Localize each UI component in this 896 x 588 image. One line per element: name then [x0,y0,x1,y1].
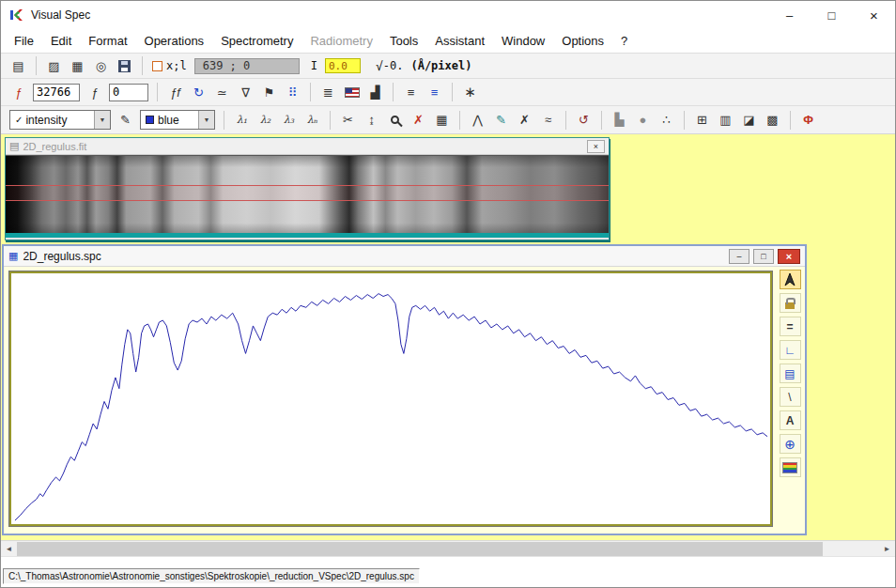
palette-tool-button[interactable] [780,457,801,477]
fit-window-title-bar[interactable]: ▤ 2D_regulus.fit × [6,138,609,155]
overlay-lines-button[interactable]: ≡ [400,82,422,102]
spc-close-button[interactable]: × [778,249,800,264]
scroll-left-icon[interactable]: ◄ [1,542,17,556]
flag-button[interactable]: ⚑ [258,82,280,102]
min-intensity-input[interactable] [109,84,148,101]
fit-window-close-button[interactable]: × [587,140,605,153]
menu-item-spectrometry[interactable]: Spectrometry [212,31,301,51]
separator [224,111,224,130]
menu-item-operations[interactable]: Operations [136,31,213,51]
reference-flag-button[interactable] [341,82,363,102]
open-image-button[interactable]: ▨ [43,55,65,76]
horizontal-scrollbar[interactable]: ◄ ► [1,540,895,556]
menu-item-edit[interactable]: Edit [42,31,80,51]
delete-button[interactable]: ✗ [408,110,429,131]
shift-button[interactable]: ↨ [361,110,382,131]
menu-item-help[interactable]: ? [612,31,636,51]
spectrum-2d-image[interactable] [6,155,609,238]
xl-checkbox[interactable] [152,61,162,71]
film-tool-button[interactable]: ▤ [780,364,801,383]
menu-item-window[interactable]: Window [493,31,553,51]
globe-tool-button[interactable]: ⊕ [780,434,801,454]
display-button[interactable]: ▤ [8,55,29,76]
color-dropdown-arrow-icon[interactable]: ▼ [198,111,214,129]
replay-button[interactable]: ↺ [573,110,595,131]
line-tool-button[interactable]: \ [780,387,801,407]
color-combobox[interactable]: blue ▼ [140,110,215,130]
spc-maximize-button[interactable]: □ [753,249,774,264]
calib-line2-button[interactable]: λ₂ [255,110,276,131]
app-window: Visual Spec – □ × File Edit Format Opera… [0,0,896,588]
function-zero-icon: ƒ [91,85,98,100]
scatter-button[interactable]: ∗ [459,82,481,102]
scroll-right-icon[interactable]: ► [879,542,895,556]
title-bar[interactable]: Visual Spec – □ × [1,1,895,29]
menu-item-options[interactable]: Options [553,31,612,51]
pointer-tool-button[interactable] [780,270,801,289]
lock-tool-button[interactable] [780,293,801,313]
grid-edit-button[interactable]: ▦ [431,110,453,131]
scrollbar-thumb[interactable] [17,542,823,556]
table-button[interactable]: ⊞ [691,110,713,131]
lock-icon [785,302,795,309]
function-zero-button[interactable]: ƒ [84,82,105,102]
browse-button[interactable]: ◎ [90,55,112,76]
dot-grid-button[interactable]: ⠿ [282,82,303,102]
maximize-button[interactable]: □ [811,1,853,29]
separator [790,111,791,130]
gradient-button[interactable]: ∇ [235,82,256,102]
bars-button[interactable]: ▙ [609,110,630,131]
palette-icon [782,462,797,473]
annotate-button[interactable]: ✎ [490,110,512,131]
menu-bar: File Edit Format Operations Spectrometry… [1,29,895,53]
calib-linen-button[interactable]: λₙ [301,110,323,131]
drop-button[interactable]: ● [632,110,654,131]
binning-zone [6,185,609,200]
function-icon: ƒ [15,85,22,100]
menu-item-tools[interactable]: Tools [381,31,426,51]
window-controls: – □ × [768,1,895,29]
barcode-button[interactable]: ▥ [715,110,736,131]
function-button[interactable]: ƒ [8,82,29,102]
histogram-button[interactable]: ▟ [364,82,386,102]
spc-minimize-button[interactable]: – [729,249,749,264]
binning-line-upper[interactable] [6,185,609,186]
chart-tool-button[interactable]: ∟ [780,340,801,360]
approx-button[interactable]: ≃ [211,82,233,102]
binning-line-lower[interactable] [6,200,609,201]
spectrum-plot-area[interactable] [9,271,772,526]
rotate-button[interactable]: ↻ [188,82,209,102]
close-button[interactable]: × [853,1,895,29]
calib-line1-button[interactable]: λ₁ [231,110,253,131]
crop-button[interactable]: ✂ [337,110,359,131]
menu-item-assistant[interactable]: Assistant [426,31,493,51]
max-intensity-input[interactable] [33,84,80,101]
noise-button[interactable]: ∴ [656,110,677,131]
separator [452,83,453,101]
pen-button[interactable]: ✎ [115,110,136,131]
save-button[interactable] [114,55,135,76]
equals-tool-button[interactable]: = [780,317,801,336]
stack-lines-button[interactable]: ≡ [424,82,445,102]
spc-window-title-bar[interactable]: ▦ 2D_regulus.spc – □ × [4,246,805,267]
calib-line3-button[interactable]: λ₃ [278,110,300,131]
list-button[interactable]: ≣ [317,82,339,102]
menu-item-format[interactable]: Format [80,31,135,51]
minimize-button[interactable]: – [768,1,811,29]
smooth-button[interactable]: ≈ [537,110,559,131]
series-dropdown-arrow-icon[interactable]: ▼ [94,111,110,129]
zoom-button[interactable] [384,110,406,131]
display-icon: ▤ [12,59,23,73]
separator [157,83,158,101]
peaks-button[interactable]: ⋀ [467,110,488,131]
menu-item-file[interactable]: File [6,31,42,51]
function-dual-button[interactable]: ƒf [164,82,186,102]
text-tool-button[interactable]: A [780,410,801,430]
phase-button[interactable]: Φ [797,110,819,131]
erase-annotation-button[interactable]: ✗ [514,110,535,131]
open-profile-button[interactable]: ▦ [67,55,88,76]
mini-chart-button[interactable]: ◪ [738,110,760,131]
series-combobox[interactable]: ✓ intensity ▼ [9,110,111,130]
separator [601,111,602,130]
checker-button[interactable]: ▩ [762,110,783,131]
